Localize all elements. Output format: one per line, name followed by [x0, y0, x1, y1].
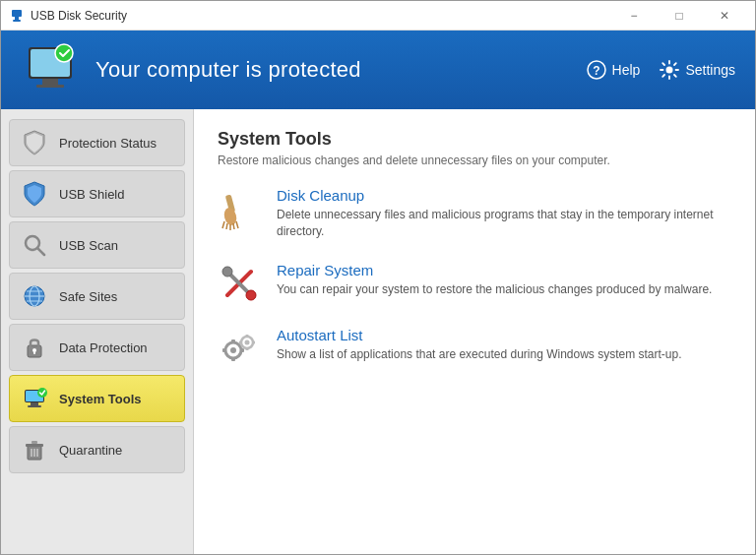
- repair-system-desc: You can repair your system to restore th…: [277, 281, 712, 298]
- sidebar-label-quarantine: Quarantine: [59, 443, 122, 458]
- autostart-list-icon: [218, 327, 261, 370]
- svg-rect-53: [239, 340, 242, 343]
- svg-rect-23: [31, 402, 38, 405]
- autostart-list-link[interactable]: Autostart List: [277, 327, 682, 343]
- content-subtitle: Restore malicious changes and delete unn…: [218, 154, 731, 167]
- usb-shield-icon: [20, 179, 49, 209]
- svg-point-41: [222, 267, 232, 277]
- header: Your computer is protected ? Help Settin…: [1, 31, 755, 109]
- svg-rect-27: [26, 444, 43, 447]
- sidebar-label-usb-shield: USB Shield: [59, 187, 124, 202]
- svg-rect-52: [246, 347, 249, 350]
- sidebar-item-usb-scan[interactable]: USB Scan: [9, 221, 185, 269]
- svg-rect-47: [222, 348, 226, 352]
- settings-button[interactable]: Settings: [660, 60, 735, 80]
- disk-cleanup-icon: [218, 187, 261, 230]
- svg-rect-46: [231, 357, 235, 361]
- titlebar-left: USB Disk Security: [9, 8, 127, 24]
- sidebar-label-protection-status: Protection Status: [59, 136, 157, 151]
- usb-scan-icon: [20, 230, 49, 260]
- maximize-button[interactable]: □: [657, 1, 702, 31]
- repair-system-link[interactable]: Repair System: [277, 262, 712, 278]
- svg-line-12: [37, 248, 44, 255]
- svg-rect-48: [240, 348, 244, 352]
- safe-sites-icon: [20, 281, 49, 311]
- svg-point-7: [55, 44, 73, 62]
- svg-rect-5: [42, 79, 58, 85]
- sidebar-label-safe-sites: Safe Sites: [59, 289, 117, 304]
- tool-text-repair-system: Repair System You can repair your system…: [277, 262, 712, 298]
- autostart-list-desc: Show a list of applications that are exe…: [277, 346, 682, 363]
- sidebar-item-quarantine[interactable]: Quarantine: [9, 426, 185, 473]
- titlebar-controls: − □ ✕: [611, 1, 747, 31]
- app-title: USB Disk Security: [31, 9, 127, 23]
- svg-rect-54: [252, 340, 255, 343]
- svg-point-44: [230, 347, 236, 353]
- svg-text:?: ?: [593, 64, 599, 78]
- tool-item-repair-system: Repair System You can repair your system…: [218, 262, 731, 305]
- sidebar-item-usb-shield[interactable]: USB Shield: [9, 170, 185, 217]
- svg-line-35: [226, 223, 227, 229]
- svg-rect-2: [13, 20, 21, 22]
- titlebar: USB Disk Security − □ ✕: [1, 1, 755, 31]
- tool-text-disk-cleanup: Disk Cleanup Delete unnecessary files an…: [277, 187, 731, 240]
- svg-rect-51: [246, 335, 249, 338]
- svg-rect-24: [28, 405, 41, 407]
- data-protection-icon: [20, 333, 49, 362]
- help-icon: ?: [587, 60, 606, 80]
- settings-icon: [660, 60, 679, 80]
- sidebar-item-protection-status[interactable]: Protection Status: [9, 119, 185, 166]
- svg-rect-1: [15, 17, 19, 20]
- protection-status-icon: [20, 128, 49, 157]
- header-status-text: Your computer is protected: [95, 57, 361, 83]
- svg-point-42: [246, 290, 256, 300]
- content-title: System Tools: [218, 129, 731, 150]
- sidebar-item-data-protection[interactable]: Data Protection: [9, 324, 185, 371]
- header-right: ? Help Settings: [587, 60, 735, 80]
- monitor-icon: [21, 43, 80, 97]
- quarantine-icon: [20, 435, 49, 464]
- svg-rect-6: [36, 85, 64, 88]
- disk-cleanup-desc: Delete unnecessary files and malicious p…: [277, 207, 731, 240]
- sidebar-item-safe-sites[interactable]: Safe Sites: [9, 273, 185, 320]
- tool-item-disk-cleanup: Disk Cleanup Delete unnecessary files an…: [218, 187, 731, 240]
- svg-rect-20: [33, 351, 35, 354]
- app-icon: [9, 8, 25, 24]
- svg-rect-28: [32, 441, 37, 444]
- svg-point-33: [222, 207, 238, 226]
- sidebar-item-system-tools[interactable]: System Tools: [9, 375, 185, 422]
- sidebar: Protection Status USB Shield USB Scan: [1, 109, 194, 555]
- svg-line-37: [233, 223, 234, 229]
- system-tools-icon: [20, 384, 49, 413]
- svg-point-50: [245, 339, 250, 344]
- content-area: System Tools Restore malicious changes a…: [194, 109, 755, 555]
- svg-line-34: [222, 221, 224, 228]
- close-button[interactable]: ✕: [702, 1, 747, 31]
- svg-point-25: [37, 388, 47, 398]
- svg-point-10: [666, 67, 673, 74]
- sidebar-label-usb-scan: USB Scan: [59, 238, 118, 253]
- main: Protection Status USB Shield USB Scan: [1, 109, 755, 555]
- help-button[interactable]: ? Help: [587, 60, 641, 80]
- minimize-button[interactable]: −: [611, 1, 657, 31]
- header-left: Your computer is protected: [21, 43, 361, 97]
- disk-cleanup-link[interactable]: Disk Cleanup: [277, 187, 731, 204]
- tool-item-autostart-list: Autostart List Show a list of applicatio…: [218, 327, 731, 370]
- tool-text-autostart-list: Autostart List Show a list of applicatio…: [277, 327, 682, 363]
- sidebar-label-system-tools: System Tools: [59, 392, 142, 406]
- repair-system-icon: [218, 262, 261, 305]
- sidebar-label-data-protection: Data Protection: [59, 340, 148, 355]
- svg-line-38: [236, 221, 238, 228]
- svg-rect-45: [231, 339, 235, 343]
- svg-rect-0: [12, 10, 22, 17]
